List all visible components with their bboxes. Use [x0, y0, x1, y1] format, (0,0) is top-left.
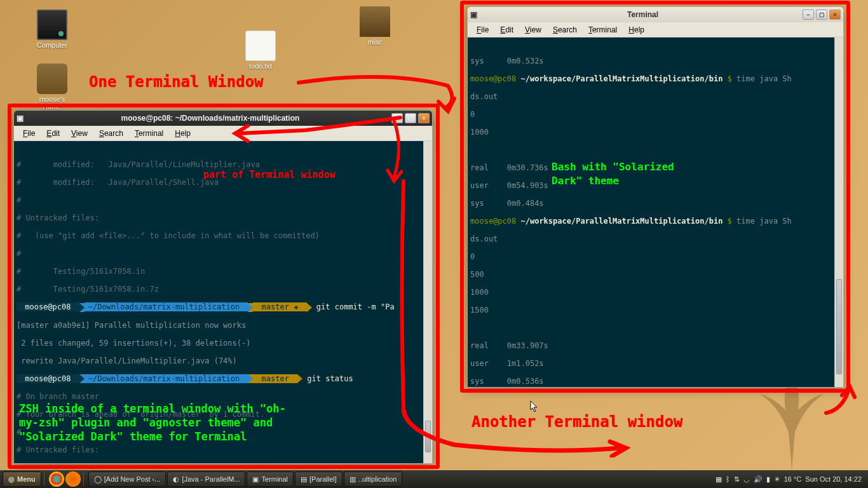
- term-line: #: [17, 196, 430, 205]
- terminal-window-right[interactable]: ▣ Terminal – ▢ × File Edit View Search T…: [467, 6, 844, 388]
- term-line: sys 0m0.532s: [470, 57, 841, 65]
- term-line: 500: [470, 270, 841, 279]
- menu-view[interactable]: View: [66, 128, 93, 139]
- terminal-icon: ▣: [252, 475, 259, 484]
- menubar: File Edit View Search Terminal Help: [14, 126, 432, 141]
- chrome-icon: ◯: [94, 475, 102, 484]
- weather-icon[interactable]: ☀: [774, 475, 780, 484]
- term-prompt-line: moose@pc08 ~/Downloads/matrix-multiplica…: [17, 302, 430, 312]
- menu-edit[interactable]: Edit: [495, 24, 519, 36]
- chrome-launcher-icon[interactable]: [49, 471, 64, 487]
- titlebar[interactable]: ▣ moose@pc08: ~/Downloads/matrix-multipl…: [14, 111, 432, 126]
- task-button[interactable]: ▥..ultiplication: [344, 471, 403, 487]
- menu-help[interactable]: Help: [623, 24, 649, 36]
- gedit-icon: ▤: [301, 475, 307, 484]
- term-line: # Untracked files:: [17, 214, 430, 222]
- menu-help[interactable]: Help: [170, 128, 196, 139]
- term-line: [470, 146, 841, 154]
- task-button[interactable]: ◐[Java - ParallelM...: [167, 471, 245, 487]
- eclipse-icon: ◐: [173, 475, 179, 484]
- term-line: [470, 323, 841, 332]
- volume-icon[interactable]: 🔊: [754, 475, 763, 484]
- close-button[interactable]: ×: [829, 10, 841, 20]
- term-line: real 0m30.736s: [470, 163, 841, 172]
- terminal-output[interactable]: # modified: Java/Parallel/LineMultiplier…: [14, 141, 432, 464]
- maximize-button[interactable]: ▢: [405, 113, 416, 123]
- icon-label: todo.txt: [240, 62, 281, 70]
- menu-edit[interactable]: Edit: [41, 128, 65, 139]
- task-button[interactable]: ◯[Add New Post ‹...: [88, 471, 166, 487]
- term-line: # On branch master: [17, 392, 430, 401]
- app-icon: ▣: [17, 114, 29, 123]
- menu-search[interactable]: Search: [94, 128, 128, 139]
- term-line: user 0m54.903s: [470, 181, 841, 190]
- close-button[interactable]: ×: [418, 113, 430, 123]
- term-line: 2 files changed, 59 insertions(+), 38 de…: [17, 339, 430, 348]
- icon-label: moose's Home: [32, 95, 72, 111]
- task-button[interactable]: ▣Terminal: [247, 471, 294, 487]
- scrollbar[interactable]: [423, 141, 432, 464]
- minimize-button[interactable]: –: [803, 10, 814, 20]
- icon-label: misc: [355, 38, 395, 46]
- app-icon: ▣: [470, 10, 483, 19]
- term-line: moose@pc08 ~/workspace/ParallelMatrixMul…: [470, 74, 841, 83]
- term-line: # Testing/5161x7058.in.7z: [17, 285, 430, 294]
- clock[interactable]: Sun Oct 20, 14:22: [805, 475, 862, 483]
- firefox-launcher-icon[interactable]: [65, 471, 81, 487]
- term-line: user 1m1.052s: [470, 359, 841, 368]
- menu-icon: ◎: [8, 475, 15, 484]
- term-line: # modified: Java/Parallel/LineMultiplier…: [17, 160, 430, 169]
- term-line: 0: [470, 110, 841, 119]
- term-line: # Untracked files:: [17, 445, 430, 454]
- desktop-icon-todo[interactable]: todo.txt: [240, 30, 281, 70]
- task-button[interactable]: ▤[Parallel]: [295, 471, 342, 487]
- minimize-button[interactable]: –: [391, 113, 403, 123]
- term-line: # (use "git add <file>..." to include in…: [17, 231, 430, 240]
- home-icon: [37, 64, 67, 94]
- menu-file[interactable]: File: [18, 128, 40, 139]
- term-line: # modified: Java/Parallel/Shell.java: [17, 178, 430, 187]
- battery-icon[interactable]: ▮: [766, 475, 770, 484]
- term-line: # Your branch is ahead of 'origin/master…: [17, 410, 430, 419]
- term-line: 1500: [470, 306, 841, 315]
- window-title: Terminal: [483, 10, 803, 19]
- menubar: File Edit View Search Terminal Help: [468, 22, 843, 37]
- term-line: ds.out: [470, 92, 841, 101]
- desktop-icon-home[interactable]: moose's Home: [32, 64, 72, 111]
- menu-file[interactable]: File: [471, 24, 494, 36]
- desktop-icon-misc[interactable]: misc: [355, 6, 395, 46]
- terminal-window-left[interactable]: ▣ moose@pc08: ~/Downloads/matrix-multipl…: [13, 110, 433, 464]
- show-desktop-icon[interactable]: ▦: [715, 475, 722, 484]
- term-line: real 0m33.907s: [470, 341, 841, 350]
- folder-icon: [360, 6, 390, 37]
- menu-view[interactable]: View: [520, 24, 546, 36]
- term-line: 1000: [470, 128, 841, 137]
- term-line: #: [17, 428, 430, 437]
- titlebar[interactable]: ▣ Terminal – ▢ ×: [468, 7, 843, 22]
- weather-temp[interactable]: 16 °C: [784, 475, 802, 483]
- maximize-button[interactable]: ▢: [816, 10, 827, 20]
- computer-icon: [37, 10, 67, 40]
- bluetooth-icon[interactable]: ᛒ: [726, 475, 730, 483]
- scrollbar[interactable]: [834, 37, 843, 388]
- taskbar: ◎ Menu ◯[Add New Post ‹... ◐[Java - Para…: [0, 470, 868, 488]
- text-file-icon: [245, 30, 276, 61]
- scroll-thumb[interactable]: [836, 279, 842, 374]
- scroll-thumb[interactable]: [425, 421, 431, 452]
- menu-search[interactable]: Search: [548, 24, 582, 36]
- term-line: # Testing/5161x7058.in: [17, 267, 430, 276]
- term-line: sys 0m0.536s: [470, 377, 841, 386]
- terminal-output[interactable]: sys 0m0.532s moose@pc08 ~/workspace/Para…: [468, 37, 843, 388]
- term-line: [master a0ab9e1] Parallel multiplication…: [17, 321, 430, 330]
- menu-button[interactable]: ◎ Menu: [3, 471, 41, 487]
- term-line: 0: [470, 252, 841, 261]
- menu-terminal[interactable]: Terminal: [583, 24, 622, 36]
- desktop-icon-computer[interactable]: Computer: [32, 10, 72, 49]
- nautilus-icon: ▥: [349, 475, 356, 484]
- menu-terminal[interactable]: Terminal: [130, 128, 168, 139]
- system-tray: ▦ ᛒ ⇅ ◡ 🔊 ▮ ☀ 16 °C Sun Oct 20, 14:22: [712, 475, 865, 484]
- term-line: ds.out: [470, 234, 841, 243]
- term-line: sys 0m0.484s: [470, 199, 841, 208]
- wifi-icon[interactable]: ◡: [743, 475, 750, 484]
- network-icon[interactable]: ⇅: [734, 475, 740, 484]
